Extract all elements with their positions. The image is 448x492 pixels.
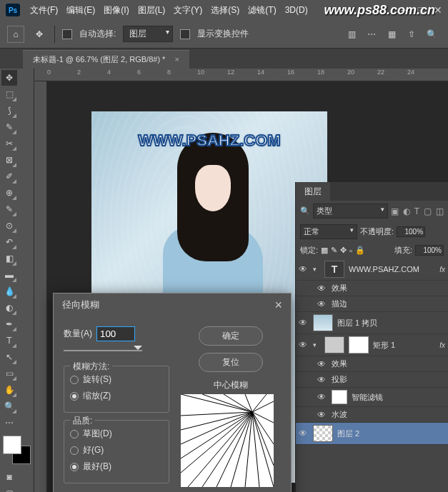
amount-input[interactable] [96, 326, 135, 341]
hand-tool[interactable]: ✋ [1, 382, 17, 398]
visibility-icon[interactable]: 👁 [299, 264, 309, 274]
visibility-icon[interactable]: 👁 [317, 392, 327, 402]
edit-toolbar[interactable]: ⋯ [1, 415, 17, 431]
document-tab[interactable]: 未标题-1 @ 66.7% (图层 2, RGB/8#) * × [23, 50, 189, 69]
color-swatches[interactable] [3, 436, 31, 464]
crop-tool[interactable]: ✂ [1, 136, 17, 151]
shape-tool[interactable]: ▭ [1, 366, 17, 381]
quality-best-radio[interactable] [70, 463, 79, 471]
lock-position-icon[interactable]: ✎ [331, 246, 337, 255]
search-icon[interactable]: 🔍 [422, 25, 441, 44]
disclosure-icon[interactable]: ▾ [313, 341, 320, 348]
fx-badge[interactable]: fx [439, 266, 445, 273]
filter-type-icon[interactable]: T [414, 206, 419, 216]
stamp-tool[interactable]: ⊙ [1, 218, 17, 234]
layer-effect[interactable]: 👁 描边 [296, 296, 448, 312]
layer-filter-dropdown[interactable]: 类型 [313, 204, 388, 219]
layer-item[interactable]: 👁 图层 2 [296, 423, 448, 445]
layer-effect[interactable]: 👁 效果 [296, 281, 448, 296]
auto-select-checkbox[interactable] [62, 29, 72, 39]
menu-image[interactable]: 图像(I) [99, 4, 133, 16]
amount-slider[interactable] [64, 346, 142, 356]
ruler-horizontal: 0 2 4 6 8 10 12 14 16 18 20 22 24 [34, 69, 448, 81]
quickmask-tool[interactable]: ◙ [1, 469, 17, 485]
lock-all-icon[interactable]: 🔒 [355, 246, 365, 255]
quality-good-radio[interactable] [70, 446, 79, 455]
blend-mode-dropdown[interactable]: 正常 [300, 224, 357, 239]
visibility-icon[interactable]: 👁 [317, 299, 327, 309]
quality-draft-radio[interactable] [70, 430, 79, 438]
layer-effect[interactable]: 👁 投影 [296, 372, 448, 388]
3d-mode-icon[interactable]: ▦ [382, 25, 401, 44]
frame-tool[interactable]: ⊠ [1, 152, 17, 168]
menu-3d[interactable]: 3D(D) [281, 5, 312, 15]
pen-tool[interactable]: ✒ [1, 316, 17, 332]
type-tool[interactable]: T [1, 333, 17, 348]
visibility-icon[interactable]: 👁 [299, 340, 309, 350]
layer-effect[interactable]: 👁 效果 [296, 356, 448, 372]
fx-badge[interactable]: fx [439, 341, 445, 349]
visibility-icon[interactable]: 👁 [317, 410, 327, 420]
marquee-tool[interactable]: ⬚ [1, 86, 17, 102]
lock-nest-icon[interactable]: ▫ [349, 246, 352, 255]
layer-item[interactable]: 👁 ▾ T WWW.PSAHZ.COM fx [296, 258, 448, 281]
visibility-icon[interactable]: 👁 [299, 318, 309, 328]
home-icon[interactable]: ⌂ [7, 26, 24, 43]
menu-filter[interactable]: 滤镜(T) [244, 4, 280, 16]
healing-tool[interactable]: ⊕ [1, 185, 17, 201]
share-icon[interactable]: ⇧ [402, 25, 421, 44]
lock-artboard-icon[interactable]: ✥ [340, 246, 347, 255]
smart-filter-item[interactable]: 👁 智能滤镜 [296, 388, 448, 407]
blur-method-spin-radio[interactable] [70, 376, 79, 384]
layer-effect[interactable]: 👁 水波 [296, 407, 448, 423]
filter-smart-icon[interactable]: ◫ [436, 206, 444, 216]
auto-select-target-dropdown[interactable]: 图层 [123, 26, 173, 42]
fill-input[interactable]: 100% [415, 245, 444, 256]
blur-method-zoom-label: 缩放(Z) [83, 390, 111, 402]
visibility-icon[interactable]: 👁 [299, 428, 309, 438]
gradient-tool[interactable]: ▬ [1, 267, 17, 283]
menu-layer[interactable]: 图层(L) [134, 4, 170, 16]
brush-tool[interactable]: ✎ [1, 201, 17, 217]
visibility-icon[interactable]: 👁 [317, 359, 327, 369]
opacity-input[interactable]: 100% [397, 226, 425, 237]
screenmode-tool[interactable]: ▢ [1, 486, 17, 492]
blur-center-preview[interactable] [181, 394, 274, 487]
dodge-tool[interactable]: ◐ [1, 300, 17, 316]
blur-method-zoom-radio[interactable] [70, 392, 79, 401]
disclosure-icon[interactable]: ▾ [313, 266, 320, 273]
menu-file[interactable]: 文件(F) [26, 4, 62, 16]
dialog-titlebar[interactable]: 径向模糊 × [54, 293, 291, 316]
eraser-tool[interactable]: ◧ [1, 251, 17, 266]
show-transform-checkbox[interactable] [180, 29, 190, 39]
lock-pixels-icon[interactable]: ▩ [321, 246, 328, 255]
layer-item[interactable]: 👁 ▾ 矩形 1 fx [296, 334, 448, 356]
layers-tab[interactable]: 图层 [296, 182, 330, 201]
menu-type[interactable]: 文字(Y) [169, 4, 206, 16]
dialog-close-icon[interactable]: × [274, 298, 282, 313]
lock-label: 锁定: [300, 245, 318, 256]
path-select-tool[interactable]: ↖ [1, 349, 17, 365]
move-tool[interactable]: ✥ [1, 70, 17, 86]
blur-tool[interactable]: 💧 [1, 283, 17, 299]
tab-close-icon[interactable]: × [174, 55, 179, 64]
visibility-icon[interactable]: 👁 [317, 375, 327, 385]
history-brush-tool[interactable]: ↶ [1, 234, 17, 250]
filter-shape-icon[interactable]: ▢ [424, 206, 432, 216]
layer-thumbnail [324, 336, 344, 353]
eyedropper-tool[interactable]: ✐ [1, 169, 17, 184]
layer-item[interactable]: 👁 图层 1 拷贝 [296, 312, 448, 334]
lasso-tool[interactable]: ⟆ [1, 103, 17, 119]
cancel-button[interactable]: 复位 [199, 353, 263, 372]
filter-pixel-icon[interactable]: ▣ [391, 206, 399, 216]
menu-edit[interactable]: 编辑(E) [62, 4, 99, 16]
menu-select[interactable]: 选择(S) [206, 4, 244, 16]
quick-select-tool[interactable]: ✎ [1, 119, 17, 135]
align-icon[interactable]: ▥ [342, 25, 361, 44]
more-icon[interactable]: ⋯ [362, 25, 381, 44]
ok-button[interactable]: 确定 [199, 326, 263, 346]
zoom-tool[interactable]: 🔍 [1, 398, 17, 414]
foreground-color[interactable] [3, 436, 21, 454]
visibility-icon[interactable]: 👁 [317, 283, 327, 293]
filter-adjust-icon[interactable]: ◐ [403, 206, 410, 216]
